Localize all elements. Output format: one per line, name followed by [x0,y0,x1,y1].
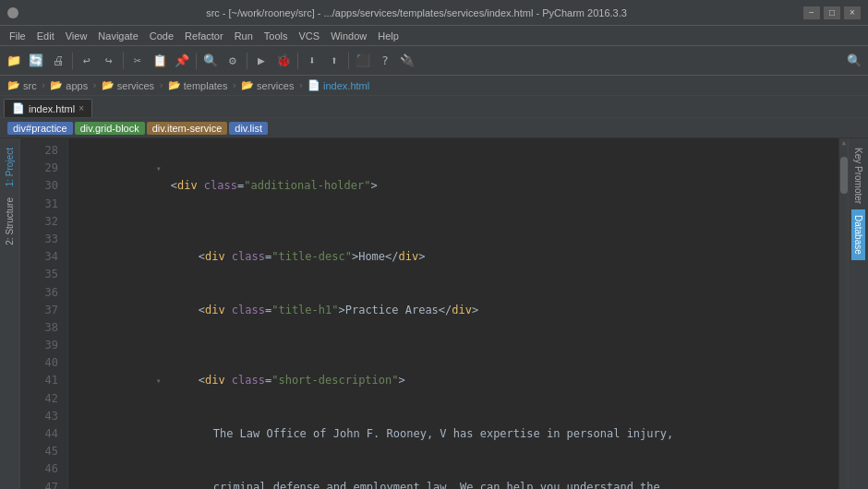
line-num-42: 42 [31,390,64,408]
line-num-40: 40 [31,354,64,372]
line-num-30: 30 [31,177,64,195]
window-title: src - [~/work/rooney/src] - .../apps/ser… [30,7,803,18]
print-icon[interactable]: 🖨 [48,51,68,71]
code-line-28: ▾ <div class="additional-holder"> [76,142,838,213]
sidebar-database[interactable]: Database [851,209,865,260]
context-tag-item-service[interactable]: div.item-service [147,122,228,135]
sync-icon[interactable]: 🔄 [26,51,46,71]
code-container[interactable]: 28 29 30 31 32 33 34 35 36 37 38 39 40 4… [20,138,848,489]
line-num-28: 28 [31,142,64,160]
left-side-panel: 1: Project 2: Structure [0,138,20,489]
nav-templates-label: templates [184,80,228,91]
debug-icon[interactable]: 🐞 [273,51,294,71]
minimize-button[interactable]: − [803,6,820,19]
help-icon[interactable]: ? [375,51,395,71]
nav-services-label: services [117,80,154,91]
menu-vcs[interactable]: VCS [294,29,326,43]
menu-run[interactable]: Run [229,29,259,43]
context-tag-grid-block[interactable]: div.grid-block [75,122,145,135]
open-file-icon[interactable]: 📁 [4,51,24,71]
line-num-38: 38 [31,319,64,337]
menu-help[interactable]: Help [372,29,404,43]
scrollbar-thumb[interactable] [840,157,848,194]
context-bar: div#practice div.grid-block div.item-ser… [0,118,868,138]
code-line-31: <div class="title-h1">Practice Areas</di… [76,284,838,338]
menu-view[interactable]: View [60,29,93,43]
window-controls [7,7,22,18]
menu-code[interactable]: Code [144,29,179,43]
nav-index-html[interactable]: 📄 index.html [307,79,369,91]
undo-icon[interactable]: ↩ [77,51,97,71]
close-button[interactable]: × [844,6,861,19]
line-num-35: 35 [31,266,64,283]
context-tag-list[interactable]: div.list [229,122,268,135]
file-tab-index-html[interactable]: 📄 index.html × [4,99,92,117]
line-num-46: 46 [31,460,64,478]
scrollbar-up-button[interactable]: ▲ [839,138,848,148]
redo-icon[interactable]: ↪ [99,51,119,71]
code-line-35: criminal defense and employment law. We … [76,460,838,489]
line-num-41: 41 [31,372,64,389]
paste-icon[interactable]: 📌 [172,51,192,71]
plugins-icon[interactable]: 🔌 [397,51,417,71]
toolbar: 📁 🔄 🖨 ↩ ↪ ✂ 📋 📌 🔍 ⚙ ▶ 🐞 ⬇ ⬆ ⬛ ? 🔌 🔍 [0,46,868,76]
toolbar-separator-4 [247,53,247,69]
toolbar-search-icon[interactable]: 🔍 [844,51,864,71]
window-action-buttons[interactable]: − □ × [803,6,861,19]
menu-tools[interactable]: Tools [259,29,294,43]
nav-apps[interactable]: 📂 apps [50,79,88,91]
nav-services[interactable]: 📂 services [102,79,154,91]
folder-icon-services2: 📂 [241,79,254,91]
line-num-37: 37 [31,302,64,319]
right-side-panel: Key Promoter Database [848,138,868,489]
menubar: File Edit View Navigate Code Refactor Ru… [0,26,868,46]
nav-src-label: src [23,80,37,91]
sidebar-item-project[interactable]: 1: Project [3,142,17,192]
line-num-45: 45 [31,443,64,460]
menu-window[interactable]: Window [325,29,372,43]
vcs-update-icon[interactable]: ⬇ [302,51,322,71]
main-area: 1: Project 2: Structure 28 29 30 31 32 3… [0,138,868,489]
line-num-29: 29 [31,160,64,177]
menu-edit[interactable]: Edit [31,29,60,43]
editor-scrollbar[interactable]: ▲ [838,138,848,489]
line-num-43: 43 [31,408,64,425]
context-tag-practice[interactable]: div#practice [7,122,73,135]
line-numbers: 28 29 30 31 32 33 34 35 36 37 38 39 40 4… [31,138,68,489]
sidebar-key-promoter[interactable]: Key Promoter [851,142,865,209]
tab-close-icon[interactable]: × [78,104,84,113]
line-status-column [20,138,31,489]
toolbar-separator-1 [72,53,73,69]
toolbar-separator-5 [297,53,298,69]
code-editor[interactable]: ▾ <div class="additional-holder"> <div c… [68,138,838,489]
toolbar-separator-2 [123,53,124,69]
sidebar-item-structure[interactable]: 2: Structure [3,192,17,251]
menu-file[interactable]: File [4,29,31,43]
nav-src[interactable]: 📂 src [7,79,37,91]
code-line-30: <div class="title-desc">Home</div> [76,231,838,284]
nav-templates[interactable]: 📂 templates [168,79,228,91]
folder-icon-templates: 📂 [168,79,181,91]
code-line-29 [76,213,838,231]
window-dot [7,7,18,18]
folder-icon: 📂 [7,79,20,91]
run-icon[interactable]: ▶ [251,51,271,71]
code-line-33: ▾<div class="short-description"> [76,354,838,408]
menu-navigate[interactable]: Navigate [92,29,143,43]
cut-icon[interactable]: ✂ [127,51,148,71]
terminal-icon[interactable]: ⬛ [353,51,373,71]
menu-refactor[interactable]: Refactor [179,29,229,43]
folder-icon-services: 📂 [102,79,115,91]
nav-index-html-label: index.html [323,80,369,91]
settings-icon[interactable]: ⚙ [223,51,243,71]
toolbar-separator-3 [196,53,197,69]
maximize-button[interactable]: □ [824,6,840,19]
vcs-commit-icon[interactable]: ⬆ [324,51,344,71]
nav-apps-label: apps [66,80,88,91]
copy-icon[interactable]: 📋 [150,51,170,71]
line-num-36: 36 [31,284,64,302]
find-icon[interactable]: 🔍 [200,51,221,71]
nav-services2[interactable]: 📂 services [241,79,294,91]
navigation-path: 📂 src › 📂 apps › 📂 services › 📂 template… [0,76,868,96]
line-num-32: 32 [31,213,64,231]
